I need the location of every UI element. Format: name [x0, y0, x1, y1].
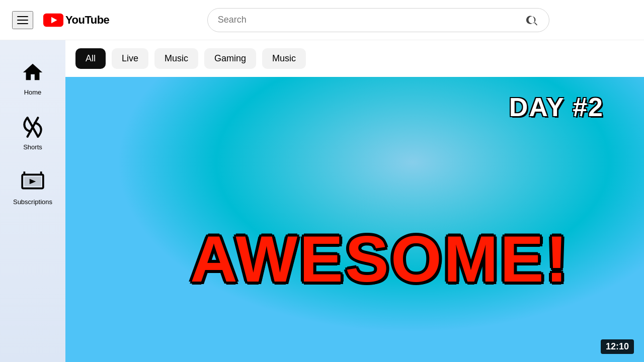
main-title-text: AWESOME!: [65, 226, 644, 292]
search-bar: [207, 8, 549, 32]
search-container: [207, 8, 549, 32]
chip-music2[interactable]: Music: [262, 48, 306, 69]
sidebar-item-subscriptions[interactable]: Subscriptions: [0, 160, 65, 215]
day-text: DAY #2: [509, 92, 604, 122]
search-button[interactable]: [516, 14, 549, 27]
search-icon: [526, 14, 539, 27]
filter-bar: All Live Music Gaming Music: [65, 40, 644, 77]
content-area: All Live Music Gaming Music DAY #2 AWESO…: [65, 40, 644, 362]
sidebar: Home Shorts: [0, 40, 65, 362]
sidebar-item-home[interactable]: Home: [0, 50, 65, 105]
subscriptions-icon: [20, 169, 46, 195]
shorts-label: Shorts: [23, 143, 42, 151]
chip-music[interactable]: Music: [154, 48, 198, 69]
youtube-logo[interactable]: YouTube: [43, 13, 109, 27]
chip-all[interactable]: All: [75, 48, 106, 69]
chip-gaming[interactable]: Gaming: [204, 48, 256, 69]
video-thumbnail: DAY #2 AWESOME! 12:10: [65, 77, 644, 362]
home-icon: [20, 59, 46, 85]
video-area[interactable]: DAY #2 AWESOME! 12:10: [65, 77, 644, 362]
menu-button[interactable]: [12, 11, 33, 29]
duration-badge: 12:10: [601, 339, 634, 354]
main-layout: Home Shorts: [0, 40, 644, 362]
header: YouTube: [0, 0, 644, 40]
logo-text: YouTube: [65, 14, 109, 27]
sidebar-item-shorts[interactable]: Shorts: [0, 105, 65, 160]
chip-live[interactable]: Live: [112, 48, 148, 69]
shorts-icon: [20, 114, 46, 140]
search-input[interactable]: [208, 15, 516, 25]
home-label: Home: [24, 88, 42, 96]
subscriptions-label: Subscriptions: [13, 198, 52, 206]
